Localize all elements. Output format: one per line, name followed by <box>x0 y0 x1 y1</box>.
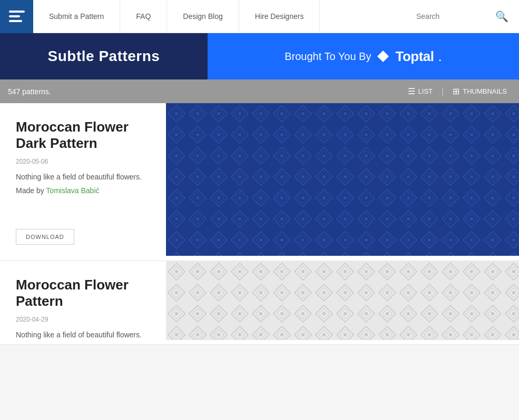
pattern-made-by: Made by Tomislava Babić <box>16 186 150 195</box>
nav-links: Submit a Pattern FAQ Design Blog Hire De… <box>33 0 406 33</box>
pattern-preview-svg <box>166 103 519 256</box>
nav-design-blog[interactable]: Design Blog <box>167 0 239 33</box>
toptal-name: Toptal <box>395 48 434 65</box>
brought-by-text: Brought To You By <box>285 51 371 63</box>
nav-hire-designers[interactable]: Hire Designers <box>239 0 320 33</box>
search-input[interactable] <box>416 12 490 21</box>
view-separator: | <box>442 87 444 96</box>
pattern-date: 2020-04-29 <box>16 316 150 323</box>
banner-title: Subtle Patterns <box>48 48 160 65</box>
pattern-author-link[interactable]: Tomislava Babić <box>46 186 99 195</box>
made-by-label: Made by <box>16 186 44 195</box>
download-button[interactable]: DOWNLOAD <box>16 229 74 245</box>
search-icon[interactable]: 🔍 <box>495 10 508 23</box>
toptal-dot: . <box>438 48 442 65</box>
pattern-row: Moroccan Flower Pattern 2020-04-29 Nothi… <box>0 261 519 345</box>
content: Moroccan Flower Dark Pattern 2020-05-06 … <box>0 103 519 345</box>
banner: Subtle Patterns Brought To You By Toptal… <box>0 33 519 79</box>
pattern-info: Moroccan Flower Dark Pattern 2020-05-06 … <box>0 103 166 261</box>
pattern-date: 2020-05-06 <box>16 158 150 165</box>
banner-right: Brought To You By Toptal. <box>208 33 519 79</box>
pattern-preview <box>166 103 519 261</box>
nav-faq[interactable]: FAQ <box>120 0 167 33</box>
banner-left: Subtle Patterns <box>0 33 208 79</box>
logo[interactable] <box>0 0 33 33</box>
pattern-count: 547 patterns. <box>8 87 404 96</box>
pattern-description: Nothing like a field of beautiful flower… <box>16 173 150 181</box>
pattern-title: Moroccan Flower Dark Pattern <box>16 119 150 152</box>
svg-marker-0 <box>377 51 389 62</box>
pattern-info: Moroccan Flower Pattern 2020-04-29 Nothi… <box>0 261 166 344</box>
pattern-title: Moroccan Flower Pattern <box>16 277 150 309</box>
list-view-btn[interactable]: ☰ LIST <box>404 84 437 98</box>
list-label: LIST <box>418 87 433 95</box>
pattern-row: Moroccan Flower Dark Pattern 2020-05-06 … <box>0 103 519 261</box>
pattern-preview <box>166 261 519 344</box>
toptal-diamond-icon <box>377 51 389 62</box>
toptal-logo[interactable]: Toptal. <box>377 48 442 65</box>
list-icon: ☰ <box>408 86 415 96</box>
search-area: 🔍 <box>406 10 519 23</box>
thumbnails-icon: ⊞ <box>453 86 459 96</box>
nav-submit-pattern[interactable]: Submit a Pattern <box>33 0 120 33</box>
svg-rect-10 <box>166 261 519 340</box>
svg-rect-5 <box>166 103 519 256</box>
count-bar: 547 patterns. ☰ LIST | ⊞ THUMBNAILS <box>0 79 519 103</box>
thumbnails-view-btn[interactable]: ⊞ THUMBNAILS <box>448 84 511 98</box>
thumbnails-label: THUMBNAILS <box>463 87 507 95</box>
pattern-description: Nothing like a field of beautiful flower… <box>16 331 150 339</box>
navbar: Submit a Pattern FAQ Design Blog Hire De… <box>0 0 519 33</box>
pattern-preview-light-svg <box>166 261 519 340</box>
logo-icon <box>9 11 25 22</box>
view-toggles: ☰ LIST | ⊞ THUMBNAILS <box>404 84 511 98</box>
